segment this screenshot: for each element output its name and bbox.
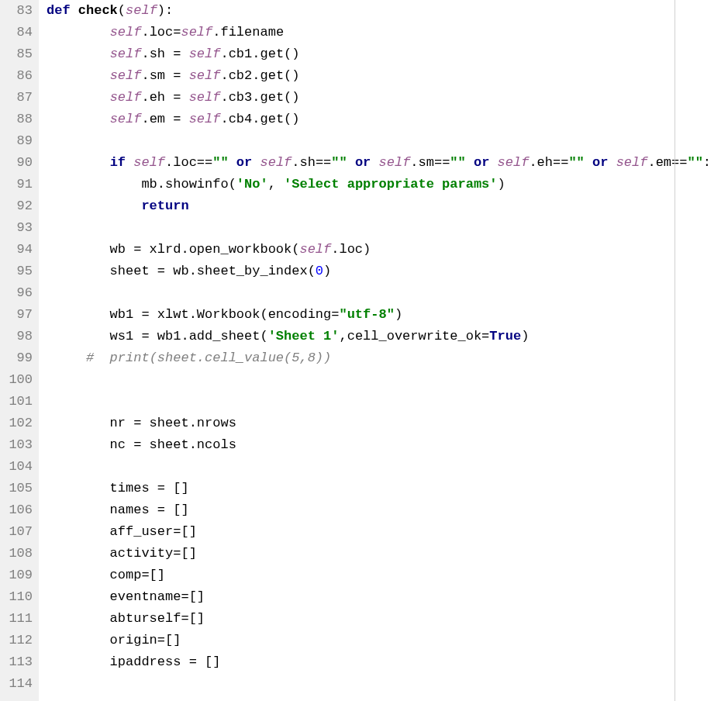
right-margin-guide bbox=[675, 0, 675, 701]
token-op: .em== bbox=[647, 155, 687, 170]
token-op: .sh== bbox=[292, 155, 331, 170]
line-number: 101 bbox=[0, 391, 33, 413]
code-line[interactable]: self.sm = self.cb2.get() bbox=[47, 65, 728, 87]
token-op: .cb3.get() bbox=[220, 90, 299, 105]
token-cmt: # print(sheet.cell_value(5,8)) bbox=[86, 350, 331, 365]
token-op: .loc= bbox=[141, 25, 181, 40]
token-op: .cb1.get() bbox=[220, 47, 299, 61]
code-line[interactable]: ipaddress = [] bbox=[47, 651, 728, 673]
code-line[interactable] bbox=[47, 391, 728, 413]
code-line[interactable]: # print(sheet.cell_value(5,8)) bbox=[47, 347, 728, 369]
token-slf: self bbox=[260, 155, 292, 170]
token-slf: self bbox=[126, 3, 157, 18]
token-op: .loc) bbox=[331, 242, 371, 257]
line-number: 89 bbox=[0, 130, 33, 152]
token-op: .sm== bbox=[410, 155, 450, 170]
code-line[interactable] bbox=[47, 369, 728, 391]
token-str: "" bbox=[450, 155, 465, 170]
line-number: 114 bbox=[0, 673, 33, 695]
code-line[interactable]: self.loc=self.filename bbox=[47, 22, 728, 43]
token-kw: or bbox=[585, 155, 616, 170]
line-number: 99 bbox=[0, 347, 33, 369]
code-line[interactable]: comp=[] bbox=[47, 565, 728, 586]
token-op: .cb4.get() bbox=[220, 112, 299, 126]
token-op: ) bbox=[498, 177, 505, 192]
token-slf: self bbox=[189, 90, 221, 105]
code-line[interactable]: names = [] bbox=[47, 499, 728, 521]
token-kw: def bbox=[47, 3, 78, 18]
token-op: .eh== bbox=[529, 155, 568, 170]
token-kw: or bbox=[347, 155, 379, 170]
token-kw: or bbox=[229, 155, 260, 170]
line-number: 112 bbox=[0, 630, 33, 651]
token-kw: return bbox=[141, 199, 188, 213]
code-line[interactable]: abturself=[] bbox=[47, 608, 728, 630]
code-line[interactable] bbox=[47, 282, 728, 304]
line-number: 108 bbox=[0, 543, 33, 565]
code-line[interactable]: wb = xlrd.open_workbook(self.loc) bbox=[47, 239, 728, 261]
code-line[interactable]: def check(self): bbox=[47, 0, 728, 22]
line-number: 104 bbox=[0, 456, 33, 478]
code-line[interactable]: self.eh = self.cb3.get() bbox=[47, 87, 728, 109]
code-line[interactable]: sheet = wb.sheet_by_index(0) bbox=[47, 261, 728, 282]
token-slf: self bbox=[189, 112, 221, 126]
token-str: "" bbox=[212, 155, 228, 170]
line-number: 102 bbox=[0, 413, 33, 434]
code-line[interactable]: mb.showinfo('No', 'Select appropriate pa… bbox=[47, 174, 728, 195]
token-slf: self bbox=[110, 112, 142, 126]
code-line[interactable] bbox=[47, 456, 728, 478]
code-line[interactable]: nc = sheet.ncols bbox=[47, 434, 728, 456]
line-number: 95 bbox=[0, 261, 33, 282]
code-line[interactable]: eventname=[] bbox=[47, 586, 728, 608]
token-str: "" bbox=[331, 155, 347, 170]
token-op: .sh = bbox=[141, 47, 188, 61]
token-op: .em = bbox=[141, 112, 188, 126]
line-number: 106 bbox=[0, 499, 33, 521]
code-line[interactable]: self.sh = self.cb1.get() bbox=[47, 43, 728, 65]
token-slf: self bbox=[379, 155, 411, 170]
line-number: 83 bbox=[0, 0, 33, 22]
line-number: 98 bbox=[0, 326, 33, 347]
token-slf: self bbox=[189, 68, 221, 83]
line-number: 109 bbox=[0, 565, 33, 586]
code-line[interactable]: return bbox=[47, 195, 728, 217]
token-str: 'Select appropriate params' bbox=[284, 177, 497, 192]
code-line[interactable]: if self.loc=="" or self.sh=="" or self.s… bbox=[47, 152, 728, 174]
code-line[interactable]: aff_user=[] bbox=[47, 521, 728, 543]
code-line[interactable]: self.em = self.cb4.get() bbox=[47, 109, 728, 130]
code-line[interactable]: ws1 = wb1.add_sheet('Sheet 1',cell_overw… bbox=[47, 326, 728, 347]
code-editor[interactable]: 8384858687888990919293949596979899100101… bbox=[0, 0, 728, 701]
token-slf: self bbox=[133, 155, 165, 170]
code-line[interactable] bbox=[47, 130, 728, 152]
token-kw: if bbox=[110, 155, 134, 170]
code-line[interactable]: times = [] bbox=[47, 478, 728, 499]
code-line[interactable]: activity=[] bbox=[47, 543, 728, 565]
token-op: ,cell_overwrite_ok= bbox=[339, 329, 489, 344]
line-number: 96 bbox=[0, 282, 33, 304]
code-line[interactable]: origin=[] bbox=[47, 630, 728, 651]
token-fn: check bbox=[78, 3, 118, 18]
token-op: .cb2.get() bbox=[220, 68, 299, 83]
line-number: 111 bbox=[0, 608, 33, 630]
token-op: ) bbox=[521, 329, 529, 344]
code-line[interactable] bbox=[47, 673, 728, 695]
line-number: 103 bbox=[0, 434, 33, 456]
token-slf: self bbox=[498, 155, 530, 170]
code-line[interactable]: wb1 = xlwt.Workbook(encoding="utf-8") bbox=[47, 304, 728, 326]
line-number: 113 bbox=[0, 651, 33, 673]
code-area[interactable]: def check(self): self.loc=self.filename … bbox=[39, 0, 728, 701]
token-kw: or bbox=[466, 155, 498, 170]
token-slf: self bbox=[616, 155, 648, 170]
token-str: "" bbox=[568, 155, 584, 170]
line-number: 110 bbox=[0, 586, 33, 608]
line-number: 100 bbox=[0, 369, 33, 391]
token-slf: self bbox=[181, 25, 212, 40]
line-number: 97 bbox=[0, 304, 33, 326]
token-op: .loc== bbox=[165, 155, 212, 170]
code-line[interactable] bbox=[47, 217, 728, 239]
token-op: .eh = bbox=[141, 90, 188, 105]
line-number: 88 bbox=[0, 109, 33, 130]
token-op: ) bbox=[323, 264, 331, 278]
token-slf: self bbox=[189, 47, 221, 61]
code-line[interactable]: nr = sheet.nrows bbox=[47, 413, 728, 434]
